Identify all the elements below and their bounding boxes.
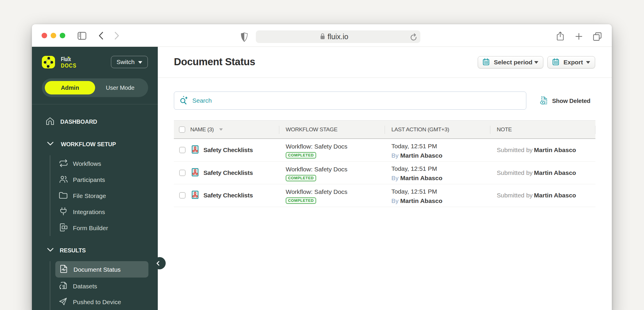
pdf-file-icon [192, 168, 198, 178]
row-checkbox[interactable] [179, 170, 186, 176]
column-header-last-action[interactable]: LAST ACTION (GMT+3) [391, 126, 449, 132]
last-action-time: Today, 12:51 PM [391, 188, 490, 195]
select-period-button[interactable]: Select period [478, 56, 543, 68]
sidebar-item-label: File Storage [73, 192, 106, 199]
main-panel: Document Status Select [158, 47, 612, 310]
column-separator [490, 126, 490, 134]
column-header-stage[interactable]: WORKFLOW STAGE [286, 126, 338, 132]
last-action-by: By Martin Abasco [391, 197, 490, 204]
mode-toggle-admin[interactable]: Admin [45, 81, 95, 94]
export-button[interactable]: Export [547, 56, 595, 68]
show-deleted-label: Show Deleted [552, 97, 590, 104]
document-name[interactable]: Safety Checklists [203, 147, 253, 154]
show-deleted-toggle[interactable]: Show Deleted [540, 93, 590, 108]
sidebar-item-label: Datasets [73, 283, 97, 290]
sidebar-item-label: Integrations [73, 209, 105, 216]
browser-sidebar-toggle-icon[interactable] [78, 32, 86, 41]
paper-plane-icon [59, 297, 67, 307]
pdf-file-icon [192, 191, 198, 200]
sidebar-item-file-storage[interactable]: File Storage [32, 188, 158, 204]
folder-icon [59, 192, 68, 200]
search-box[interactable] [174, 92, 526, 110]
calendar-icon [483, 58, 489, 67]
sidebar-item-label: DASHBOARD [60, 118, 97, 125]
minimize-window-button[interactable] [51, 33, 56, 38]
table-header-row: NAME (3) WORKFLOW STAGE LAST ACTION (GMT… [174, 120, 595, 139]
pdf-file-icon [192, 145, 198, 155]
reload-icon[interactable] [410, 33, 417, 42]
workflow-stage: Workflow: Safety Docs [286, 188, 385, 195]
datasets-icon [59, 281, 68, 291]
status-badge: COMPLETED [286, 197, 316, 204]
workflow-stage: Workflow: Safety Docs [286, 143, 385, 150]
privacy-shield-icon[interactable] [241, 32, 248, 43]
search-icon [180, 95, 189, 106]
workflows-icon [59, 159, 68, 168]
table-row[interactable]: Safety Checklists Workflow: Safety Docs … [174, 184, 595, 207]
page-title: Document Status [174, 56, 255, 67]
tab-overview-icon[interactable] [593, 32, 602, 42]
switch-button[interactable]: Switch [111, 56, 148, 68]
row-checkbox[interactable] [179, 147, 186, 153]
table-row[interactable]: Safety Checklists Workflow: Safety Docs … [174, 162, 595, 185]
sidebar-item-pushed-to-device[interactable]: Pushed to Device [32, 294, 158, 310]
select-all-checkbox[interactable] [179, 126, 185, 133]
chevron-down-icon [47, 142, 54, 147]
mode-toggle: Admin User Mode [42, 78, 148, 97]
sidebar-item-participants[interactable]: Participants [32, 172, 158, 188]
sidebar-collapse-button[interactable] [153, 257, 166, 269]
sidebar-item-workflows[interactable]: Workflows [32, 156, 158, 172]
table-row[interactable]: Safety Checklists Workflow: Safety Docs … [174, 139, 595, 162]
show-deleted-icon [540, 96, 548, 106]
address-bar[interactable]: fluix.io [256, 30, 420, 43]
switch-button-label: Switch [117, 58, 135, 66]
url-text: fluix.io [328, 32, 348, 41]
plug-icon [59, 207, 67, 217]
sidebar-section-label: WORKFLOW SETUP [61, 141, 116, 148]
last-action-time: Today, 12:51 PM [391, 143, 490, 150]
sidebar-item-dashboard[interactable]: DASHBOARD [32, 115, 158, 129]
browser-forward-button[interactable] [114, 32, 119, 41]
home-icon [46, 117, 54, 127]
column-header-note[interactable]: NOTE [497, 126, 512, 132]
document-name[interactable]: Safety Checklists [203, 169, 253, 176]
lock-icon [320, 33, 325, 41]
calendar-icon [552, 58, 559, 67]
search-input[interactable] [192, 97, 521, 104]
zoom-window-button[interactable] [60, 33, 65, 38]
brand-name: Fluix DOCS [61, 56, 80, 69]
note-text: Submitted by Martin Abasco [497, 192, 576, 199]
last-action-time: Today, 12:51 PM [391, 165, 490, 172]
form-builder-icon [59, 223, 68, 233]
main-header: Document Status Select [158, 47, 612, 78]
new-tab-icon[interactable] [576, 33, 582, 41]
browser-window: fluix.io [32, 24, 612, 310]
mode-toggle-user[interactable]: User Mode [95, 81, 145, 94]
row-checkbox[interactable] [179, 192, 186, 199]
browser-back-button[interactable] [99, 32, 103, 41]
fluix-logo[interactable] [42, 56, 55, 70]
sidebar-item-label: Participants [73, 176, 105, 183]
column-separator [279, 126, 279, 134]
document-status-icon [60, 265, 67, 274]
sidebar-item-label: Pushed to Device [73, 299, 121, 306]
sort-caret-icon[interactable] [219, 128, 223, 131]
sidebar-section-workflow-setup[interactable]: WORKFLOW SETUP [32, 137, 158, 151]
note-text: Submitted by Martin Abasco [497, 147, 576, 154]
sidebar-item-integrations[interactable]: Integrations [32, 204, 158, 220]
export-label: Export [564, 59, 583, 66]
workflow-stage: Workflow: Safety Docs [286, 166, 385, 173]
sidebar-item-datasets[interactable]: Datasets [32, 278, 158, 294]
sidebar-section-results[interactable]: RESULTS [32, 243, 158, 257]
sidebar-item-document-status[interactable]: Document Status [32, 261, 158, 278]
last-action-by: By Martin Abasco [391, 175, 490, 182]
share-icon[interactable] [557, 32, 564, 42]
column-header-name[interactable]: NAME (3) [190, 126, 214, 133]
document-name[interactable]: Safety Checklists [203, 192, 253, 199]
sidebar-item-label: Form Builder [73, 225, 108, 232]
status-badge: COMPLETED [286, 175, 316, 181]
close-window-button[interactable] [42, 33, 47, 38]
sidebar-item-form-builder[interactable]: Form Builder [32, 220, 158, 236]
browser-toolbar: fluix.io [32, 24, 612, 47]
sidebar-divider [32, 104, 158, 104]
